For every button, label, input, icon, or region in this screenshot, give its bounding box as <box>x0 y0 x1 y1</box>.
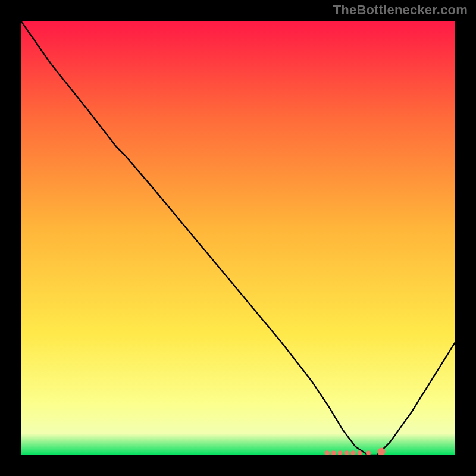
plot-area <box>21 21 455 455</box>
marker-dot <box>338 450 343 455</box>
gradient-background <box>21 21 455 455</box>
marker-dot <box>350 450 355 455</box>
marker-dot <box>331 450 336 455</box>
watermark-label: TheBottlenecker.com <box>333 2 468 18</box>
marker-dot <box>344 450 349 455</box>
marker-dot <box>366 450 371 455</box>
marker-dot <box>357 450 362 455</box>
marker-dot <box>325 450 330 455</box>
chart-canvas: TheBottlenecker.com <box>0 0 476 476</box>
chart-svg <box>21 21 455 455</box>
